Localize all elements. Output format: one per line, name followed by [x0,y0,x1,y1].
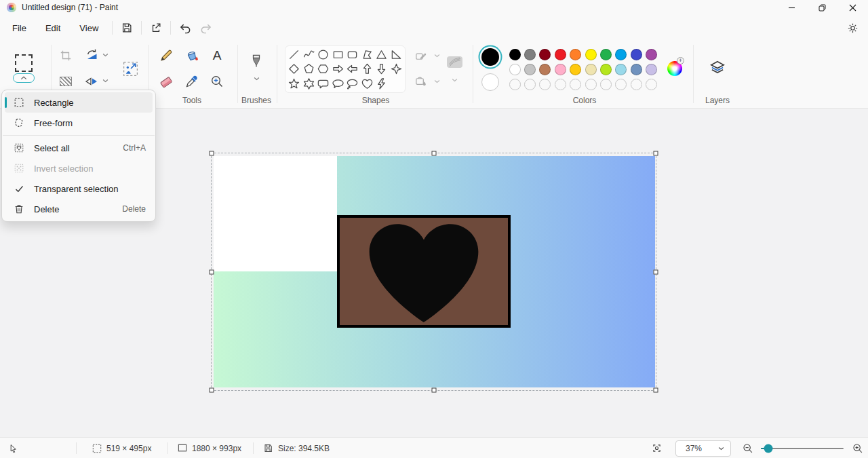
palette-color-swatch[interactable] [538,62,553,77]
palette-color-swatch[interactable] [538,47,553,62]
eraser-tool-button[interactable] [158,73,174,90]
shape-arrow-right-button[interactable] [331,62,346,76]
close-button[interactable] [837,0,868,15]
palette-color-swatch[interactable] [507,62,522,77]
shape-fill-button[interactable] [414,75,427,88]
color-picker-tool-button[interactable] [184,73,200,90]
selection-handle-top-left[interactable] [210,151,214,156]
palette-color-swatch[interactable] [568,47,583,62]
zoom-slider-track[interactable] [761,448,844,450]
shape-hexagon-button[interactable] [316,62,331,76]
remove-background-button[interactable] [58,75,73,88]
shape-fill-dropdown-button[interactable] [432,77,441,85]
selection-tool-button[interactable] [15,54,33,72]
shape-arrow-left-button[interactable] [345,62,360,76]
palette-color-swatch[interactable] [522,62,537,77]
share-button[interactable] [146,18,166,38]
palette-color-swatch[interactable] [568,62,583,77]
menu-item-transparent-selection[interactable]: Transparent selection [5,178,153,199]
shape-line-button[interactable] [287,47,302,62]
shape-outline-dropdown-button[interactable] [432,52,441,60]
minimize-button[interactable] [776,0,807,15]
palette-color-swatch[interactable] [644,62,659,77]
shape-rounded-rectangle-button[interactable] [345,47,360,62]
maximize-restore-button[interactable] [807,0,837,15]
palette-empty-slot[interactable] [629,77,644,92]
shape-star-five-button[interactable] [287,77,302,91]
menu-item-rectangle[interactable]: Rectangle [5,92,153,113]
shape-polygon-button[interactable] [360,47,375,62]
palette-color-swatch[interactable] [583,62,598,77]
selection-handle-middle-right[interactable] [654,269,658,274]
stroke-width-button[interactable] [445,53,464,71]
shape-speech-bubble-oval-button[interactable] [331,77,346,91]
selection-handle-top-center[interactable] [431,151,436,156]
shape-right-triangle-button[interactable] [389,47,404,62]
palette-color-swatch[interactable] [553,47,568,62]
menu-item-delete[interactable]: Delete Delete [5,199,153,219]
selection-options-dropdown-button[interactable] [13,73,35,83]
resize-button[interactable] [121,60,139,77]
redo-button[interactable] [195,18,216,38]
palette-color-swatch[interactable] [583,47,598,62]
menu-item-select-all[interactable]: Select all Ctrl+A [5,138,153,158]
shape-arrow-up-button[interactable] [360,62,375,76]
shape-pentagon-button[interactable] [302,62,317,76]
pencil-tool-button[interactable] [158,47,174,64]
zoom-in-button[interactable] [852,438,863,458]
selection-handle-bottom-center[interactable] [431,388,436,393]
shape-curve-button[interactable] [302,47,317,62]
selection-handle-top-right[interactable] [654,151,658,156]
layers-button[interactable] [709,59,726,77]
shape-thought-bubble-button[interactable] [345,77,360,91]
shape-triangle-button[interactable] [374,47,389,62]
palette-empty-slot[interactable] [568,77,583,92]
palette-color-swatch[interactable] [614,47,629,62]
palette-color-swatch[interactable] [553,62,568,77]
foreground-color-swatch[interactable] [481,48,499,66]
selection-handle-bottom-left[interactable] [210,388,214,393]
palette-color-swatch[interactable] [644,47,659,62]
shape-rectangle-button[interactable] [331,47,346,62]
flip-dropdown-button[interactable] [100,76,110,85]
save-button[interactable] [117,18,137,38]
palette-empty-slot[interactable] [598,77,613,92]
shape-heart-button[interactable] [360,77,375,91]
palette-empty-slot[interactable] [507,77,522,92]
zoom-slider-thumb[interactable] [764,444,773,453]
menu-edit[interactable]: Edit [36,19,70,37]
magnifier-tool-button[interactable] [209,73,225,90]
undo-button[interactable] [175,18,195,38]
palette-color-swatch[interactable] [507,47,522,62]
settings-button[interactable] [842,18,863,38]
fit-to-screen-button[interactable] [651,438,663,458]
shape-outline-button[interactable] [414,49,427,62]
shape-lightning-button[interactable] [374,77,389,91]
zoom-out-button[interactable] [742,438,753,458]
crop-button[interactable] [58,48,73,63]
palette-color-swatch[interactable] [629,47,644,62]
background-color-swatch[interactable] [481,73,499,91]
text-tool-button[interactable]: A [209,47,225,64]
palette-color-swatch[interactable] [598,62,613,77]
shape-ellipse-button[interactable] [316,47,331,62]
palette-color-swatch[interactable] [598,47,613,62]
canvas-image[interactable] [214,156,655,387]
shape-star-four-button[interactable] [389,62,404,76]
palette-color-swatch[interactable] [614,62,629,77]
brushes-dropdown-button[interactable] [252,75,261,83]
palette-empty-slot[interactable] [538,77,553,92]
shape-star-six-button[interactable] [302,77,317,91]
selection-handle-middle-left[interactable] [210,269,214,274]
shape-diamond-button[interactable] [287,62,302,76]
selection-handle-bottom-right[interactable] [654,388,658,393]
menu-view[interactable]: View [70,19,108,37]
palette-empty-slot[interactable] [614,77,629,92]
palette-empty-slot[interactable] [583,77,598,92]
rotate-dropdown-button[interactable] [100,50,110,60]
menu-file[interactable]: File [3,19,36,37]
palette-empty-slot[interactable] [553,77,568,92]
fill-tool-button[interactable] [184,47,200,64]
stroke-width-dropdown-button[interactable] [450,76,459,84]
palette-empty-slot[interactable] [522,77,537,92]
